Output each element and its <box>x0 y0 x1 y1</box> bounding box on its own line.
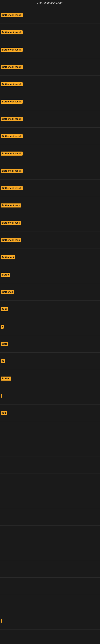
table-row <box>0 456 100 474</box>
table-row: Bottleneck result <box>0 128 100 145</box>
table-row: Bo <box>0 352 100 370</box>
table-row <box>0 474 100 491</box>
bottleneck-badge: Bottleneck result <box>1 134 23 138</box>
bottleneck-badge: Bot <box>1 411 7 415</box>
table-row <box>0 508 100 526</box>
table-row: Bottleneck result <box>0 110 100 128</box>
table-row: Bottleneck result <box>0 6 100 24</box>
table-row: B <box>0 318 100 335</box>
empty-row-indicator <box>1 550 1 554</box>
empty-row-indicator <box>1 532 1 536</box>
table-row: Bottleneck result <box>0 41 100 58</box>
empty-row-indicator <box>1 567 1 571</box>
table-row: Bottlen <box>0 370 100 387</box>
table-row <box>0 387 100 404</box>
table-row: Bottleneck result <box>0 145 100 162</box>
bottleneck-badge: Bottle <box>1 273 10 277</box>
table-row <box>0 439 100 456</box>
bottleneck-badge: Bottleneck resu <box>1 221 21 225</box>
empty-row-indicator <box>1 446 1 450</box>
table-row <box>0 560 100 578</box>
table-row <box>0 595 100 612</box>
bottleneck-badge: Bottleneck result <box>1 100 23 104</box>
table-row <box>0 578 100 595</box>
table-row: Bottleneck <box>0 249 100 266</box>
empty-row-indicator <box>1 463 1 467</box>
table-row: Bott <box>0 335 100 352</box>
table-row: Bottleneck result <box>0 24 100 41</box>
bottleneck-badge: Bottleneck result <box>1 65 23 69</box>
empty-row-indicator <box>1 498 1 502</box>
bottleneck-badge: Bottleneck result <box>1 13 23 17</box>
bottleneck-badge: Bottleneck result <box>1 30 23 34</box>
table-row: Bottle <box>0 266 100 283</box>
bottleneck-badge: Bott <box>1 307 8 311</box>
bottleneck-badge: Bottleneck result <box>1 186 23 190</box>
bottleneck-badge: Bottleneck resu <box>1 238 21 242</box>
bottleneck-badge: Bottleneck resu <box>1 204 21 208</box>
table-row: Bottleneck result <box>0 162 100 180</box>
empty-row-indicator <box>1 515 1 519</box>
table-row: Bottlenec <box>0 283 100 301</box>
table-row: Bottleneck result <box>0 93 100 110</box>
table-row: Bot <box>0 404 100 422</box>
bottleneck-badge: Bo <box>1 359 5 363</box>
table-row: Bottleneck resu <box>0 197 100 214</box>
bottleneck-badge: Bottlen <box>1 376 11 380</box>
table-row <box>0 612 100 630</box>
bottleneck-badge: Bottleneck result <box>1 48 23 52</box>
bottleneck-badge: B <box>1 324 3 329</box>
table-row <box>0 422 100 439</box>
empty-row-indicator <box>1 584 1 588</box>
table-row <box>0 491 100 508</box>
table-row: Bott <box>0 301 100 318</box>
bottleneck-badge: Bottleneck <box>1 256 15 260</box>
bottleneck-badge: Bott <box>1 342 8 346</box>
bottleneck-badge: Bottleneck result <box>1 117 23 121</box>
table-row: Bottleneck resu <box>0 214 100 232</box>
bottleneck-badge: Bottleneck result <box>1 82 23 86</box>
table-row: Bottleneck result <box>0 58 100 76</box>
bottleneck-badge <box>1 394 1 398</box>
table-row <box>0 543 100 560</box>
bottleneck-badge <box>1 619 1 623</box>
bottleneck-badge: Bottlenec <box>1 290 14 294</box>
bottleneck-badge: Bottleneck result <box>1 152 23 156</box>
empty-row-indicator <box>1 602 1 606</box>
table-row: Bottleneck result <box>0 76 100 93</box>
table-row: Bottleneck result <box>0 180 100 197</box>
bottleneck-badge: Bottleneck result <box>1 169 23 173</box>
table-row <box>0 526 100 543</box>
empty-row-indicator <box>1 480 1 484</box>
table-row: Bottleneck resu <box>0 232 100 249</box>
empty-row-indicator <box>1 428 1 432</box>
site-title: TheBottlenecker.com <box>0 0 100 6</box>
